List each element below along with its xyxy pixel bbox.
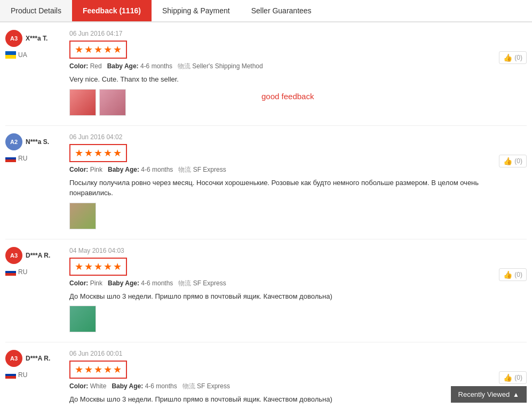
star-1: ★ xyxy=(75,147,83,159)
tab-product-details[interactable]: Product Details xyxy=(0,0,72,21)
star-5: ★ xyxy=(113,261,122,273)
review-img-1a[interactable] xyxy=(69,89,96,116)
thumbs-up-icon-1: 👍 xyxy=(503,53,512,62)
arrow-up-icon: ▲ xyxy=(513,391,519,398)
star-4: ★ xyxy=(104,147,112,159)
star-3: ★ xyxy=(94,261,102,273)
country-code-4: RU xyxy=(18,371,27,379)
star-5: ★ xyxy=(113,147,122,159)
star-3: ★ xyxy=(94,147,102,159)
shipping-label-2: 物流 xyxy=(178,166,191,173)
baby-age-value-3: 4-6 months xyxy=(141,279,173,287)
avatar-3: A3 xyxy=(5,247,22,264)
review-meta-2: Color: Pink Baby Age: 4-6 months 物流 SF E… xyxy=(69,165,484,174)
tab-bar: Product Details Feedback (1116) Shipping… xyxy=(0,0,532,22)
like-area-3: 👍 (0) xyxy=(489,247,527,335)
reviewer-info-1: A3 X***a T. UA xyxy=(5,30,64,118)
reviews-content: A3 X***a T. UA 06 Jun 2016 04:17 ★ ★ ★ ★… xyxy=(0,22,532,408)
review-text-4: До Москвы шло 3 недели. Пришло прямо в п… xyxy=(69,394,484,405)
color-value-2: Pink xyxy=(90,166,102,173)
review-date-2: 06 Jun 2016 04:02 xyxy=(69,133,484,141)
star-2: ★ xyxy=(84,364,93,375)
like-btn-4[interactable]: 👍 (0) xyxy=(499,371,527,384)
tab-shipping[interactable]: Shipping & Payment xyxy=(152,0,241,21)
country-code-2: RU xyxy=(18,155,27,162)
stars-box-1: ★ ★ ★ ★ ★ xyxy=(69,41,127,59)
review-content-1: 06 Jun 2016 04:17 ★ ★ ★ ★ ★ Color: Red B… xyxy=(64,30,489,118)
color-value-4: White xyxy=(90,382,107,390)
star-4: ★ xyxy=(104,261,112,273)
baby-age-value-4: 4-6 months xyxy=(145,382,177,390)
like-btn-1[interactable]: 👍 (0) xyxy=(499,51,527,64)
star-2: ★ xyxy=(84,44,93,55)
star-3: ★ xyxy=(94,44,102,55)
review-img-1b[interactable] xyxy=(99,89,126,116)
review-text-3: До Москвы шло 3 недели. Пришло прямо в п… xyxy=(69,291,484,302)
thumbs-up-icon-2: 👍 xyxy=(503,157,512,165)
review-meta-3: Color: Pink Baby Age: 4-6 months 物流 SF E… xyxy=(69,279,484,288)
like-count-2: (0) xyxy=(514,157,522,165)
shipping-value-2: SF Express xyxy=(193,166,226,173)
review-meta-1: Color: Red Baby Age: 4-6 months 物流 Selle… xyxy=(69,62,484,71)
reviewer-country-4: RU xyxy=(5,371,27,379)
review-img-2a[interactable] xyxy=(69,203,96,229)
like-count-3: (0) xyxy=(514,271,522,278)
shipping-label-4: 物流 xyxy=(182,382,195,390)
reviewer-country-2: RU xyxy=(5,155,27,162)
reviewer-name-3: D***A R. xyxy=(26,252,50,259)
review-item-3: A3 D***A R. RU 04 May 2016 04:03 ★ ★ ★ ★… xyxy=(5,239,527,343)
shipping-value-1: Seller's Shipping Method xyxy=(192,62,263,70)
stars-box-3: ★ ★ ★ ★ ★ xyxy=(69,258,127,276)
baby-age-label-4: Baby Age: xyxy=(112,382,143,390)
review-img-3a[interactable] xyxy=(69,306,96,332)
star-2: ★ xyxy=(84,261,93,273)
reviewer-name-2: N***a S. xyxy=(26,138,49,146)
color-value-3: Pink xyxy=(90,279,102,287)
reviewer-name-1: X***a T. xyxy=(26,35,47,42)
baby-age-value-1: 4-6 months xyxy=(140,62,172,70)
stars-box-2: ★ ★ ★ ★ ★ xyxy=(69,144,127,162)
flag-ru-2 xyxy=(5,155,16,162)
review-item-1: A3 X***a T. UA 06 Jun 2016 04:17 ★ ★ ★ ★… xyxy=(5,22,527,126)
tab-seller-guarantees[interactable]: Seller Guarantees xyxy=(241,0,322,21)
star-1: ★ xyxy=(75,364,83,375)
shipping-value-3: SF Express xyxy=(193,279,226,287)
review-date-1: 06 Jun 2016 04:17 xyxy=(69,30,484,37)
like-count-4: (0) xyxy=(514,374,522,381)
flag-ua-1 xyxy=(5,51,16,59)
review-meta-4: Color: White Baby Age: 4-6 months 物流 SF … xyxy=(69,382,484,391)
tab-feedback[interactable]: Feedback (1116) xyxy=(72,0,152,21)
reviewer-name-4: D***A R. xyxy=(26,355,50,362)
thumbs-up-icon-3: 👍 xyxy=(503,270,512,279)
recently-viewed-button[interactable]: Recently Viewed ▲ xyxy=(451,386,527,403)
baby-age-label-2: Baby Age: xyxy=(108,166,139,173)
reviewer-info-3: A3 D***A R. RU xyxy=(5,247,64,335)
star-2: ★ xyxy=(84,147,93,159)
review-item-2: A2 N***a S. RU 06 Jun 2016 04:02 ★ ★ ★ ★… xyxy=(5,126,527,239)
like-btn-2[interactable]: 👍 (0) xyxy=(499,155,527,167)
star-5: ★ xyxy=(113,44,122,55)
review-text-1: Very nice. Cute. Thanx to the seller. xyxy=(69,74,484,85)
baby-age-value-2: 4-6 months xyxy=(141,166,173,173)
review-content-4: 06 Jun 2016 00:01 ★ ★ ★ ★ ★ Color: White… xyxy=(64,350,489,408)
like-count-1: (0) xyxy=(514,54,522,61)
color-value-1: Red xyxy=(90,62,102,70)
shipping-label-3: 物流 xyxy=(178,279,191,287)
reviewer-country-3: RU xyxy=(5,268,27,276)
baby-age-label-1: Baby Age: xyxy=(107,62,139,70)
recently-viewed-label: Recently Viewed xyxy=(458,390,510,398)
color-label-4: Color: xyxy=(69,382,88,390)
star-1: ★ xyxy=(75,44,83,55)
like-area-2: 👍 (0) xyxy=(489,133,527,231)
review-images-2 xyxy=(69,203,484,229)
shipping-label-1: 物流 xyxy=(178,62,190,70)
like-area-1: 👍 (0) xyxy=(489,30,527,118)
color-label-2: Color: xyxy=(69,166,88,173)
like-btn-3[interactable]: 👍 (0) xyxy=(499,268,527,281)
star-5: ★ xyxy=(113,364,122,375)
flag-ru-4 xyxy=(5,371,16,379)
review-date-3: 04 May 2016 04:03 xyxy=(69,247,484,254)
review-images-3 xyxy=(69,306,484,332)
review-text-2: Посылку получила ровно через месяц. Носо… xyxy=(69,178,484,198)
reviewer-info-2: A2 N***a S. RU xyxy=(5,133,64,231)
